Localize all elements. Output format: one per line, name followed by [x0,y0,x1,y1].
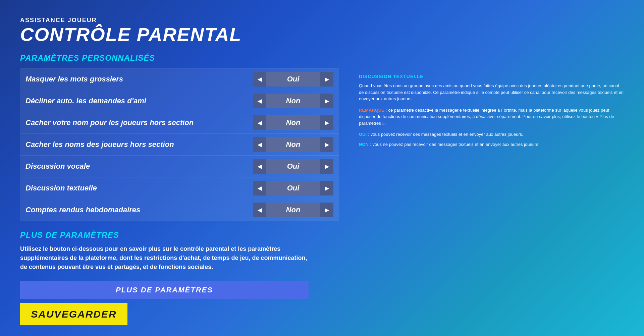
note-label: REMARQUE : [359,108,387,113]
setting-label-decliner-ami: Décliner auto. les demandes d'ami [25,97,146,105]
arrow-left-discussion-vocale[interactable]: ◀ [253,159,266,174]
arrow-right-comptes-rendus[interactable]: ▶ [320,203,333,217]
arrow-right-discussion-vocale[interactable]: ▶ [320,159,333,174]
setting-row-decliner-ami: Décliner auto. les demandes d'ami◀Non▶ [20,90,339,112]
setting-control-decliner-ami: ◀Non▶ [253,94,333,108]
setting-row-masquer-mots: Masquer les mots grossiers◀Oui▶ [20,68,339,90]
setting-label-discussion-textuelle: Discussion textuelle [25,184,97,192]
more-params-section-title: PLUS DE PARAMÈTRES [20,230,339,240]
save-button[interactable]: SAUVEGARDER [20,303,127,325]
setting-label-discussion-vocale: Discussion vocale [25,162,90,171]
setting-value-discussion-textuelle: Oui [266,181,320,195]
setting-value-cacher-noms-joueurs: Non [266,137,320,152]
info-non: NON : vous ne pouvez pas recevoir des me… [359,141,624,148]
setting-row-discussion-textuelle: Discussion textuelle◀Oui▶ [20,177,339,199]
arrow-left-discussion-textuelle[interactable]: ◀ [253,181,266,195]
setting-label-masquer-mots: Masquer les mots grossiers [25,75,123,83]
arrow-right-cacher-noms-joueurs[interactable]: ▶ [320,137,333,152]
setting-value-cacher-nom-hors-section: Non [266,115,320,130]
arrow-right-discussion-textuelle[interactable]: ▶ [320,181,333,195]
right-panel: DISCUSSION TEXTUELLE Quand vous êtes dan… [359,17,624,323]
setting-row-discussion-vocale: Discussion vocale◀Oui▶ [20,156,339,177]
arrow-left-decliner-ami[interactable]: ◀ [253,94,266,108]
subtitle: ASSISTANCE JOUEUR [20,17,339,24]
custom-params-section-title: PARAMÈTRES PERSONNALISÉS [20,53,339,63]
setting-control-discussion-textuelle: ◀Oui▶ [253,181,333,195]
arrow-left-cacher-noms-joueurs[interactable]: ◀ [253,137,266,152]
info-oui: OUI : vous pouvez recevoir des messages … [359,131,624,138]
info-title: DISCUSSION TEXTUELLE [359,74,624,79]
setting-control-cacher-noms-joueurs: ◀Non▶ [253,137,333,152]
setting-value-comptes-rendus: Non [266,203,320,217]
arrow-left-comptes-rendus[interactable]: ◀ [253,203,266,217]
main-title: CONTRÔLE PARENTAL [20,25,339,44]
arrow-left-cacher-nom-hors-section[interactable]: ◀ [253,115,266,130]
setting-row-comptes-rendus: Comptes rendus hebdomadaires◀Non▶ [20,199,339,221]
setting-row-cacher-nom-hors-section: Cacher votre nom pour les joueurs hors s… [20,112,339,134]
non-label: NON : [359,142,371,147]
left-panel: ASSISTANCE JOUEUR CONTRÔLE PARENTAL PARA… [20,17,339,323]
settings-list: Masquer les mots grossiers◀Oui▶Décliner … [20,68,339,221]
setting-label-cacher-nom-hors-section: Cacher votre nom pour les joueurs hors s… [25,118,194,127]
setting-value-discussion-vocale: Oui [266,159,320,174]
arrow-right-masquer-mots[interactable]: ▶ [320,72,333,87]
setting-row-cacher-noms-joueurs: Cacher les noms des joueurs hors section… [20,134,339,156]
setting-label-comptes-rendus: Comptes rendus hebdomadaires [25,206,140,214]
arrow-left-masquer-mots[interactable]: ◀ [253,72,266,87]
setting-control-masquer-mots: ◀Oui▶ [253,72,333,87]
setting-control-discussion-vocale: ◀Oui▶ [253,159,333,174]
note-text: ce paramètre désactive la messagerie tex… [359,108,614,126]
setting-value-masquer-mots: Oui [266,72,320,87]
setting-control-cacher-nom-hors-section: ◀Non▶ [253,115,333,130]
oui-label: OUI : [359,132,369,137]
setting-value-decliner-ami: Non [266,94,320,108]
non-text: vous ne pouvez pas recevoir des messages… [372,142,539,147]
arrow-right-cacher-nom-hors-section[interactable]: ▶ [320,115,333,130]
oui-text: vous pouvez recevoir des messages textue… [371,132,523,137]
setting-label-cacher-noms-joueurs: Cacher les noms des joueurs hors section [25,140,174,149]
arrow-right-decliner-ami[interactable]: ▶ [320,94,333,108]
more-settings-button[interactable]: PLUS DE PARAMÈTRES [20,281,309,299]
description-text: Utilisez le bouton ci-dessous pour en sa… [20,244,309,272]
info-note: REMARQUE : ce paramètre désactive la mes… [359,107,624,127]
info-intro: Quand vous êtes dans un groupe avec des … [359,82,624,102]
setting-control-comptes-rendus: ◀Non▶ [253,203,333,217]
